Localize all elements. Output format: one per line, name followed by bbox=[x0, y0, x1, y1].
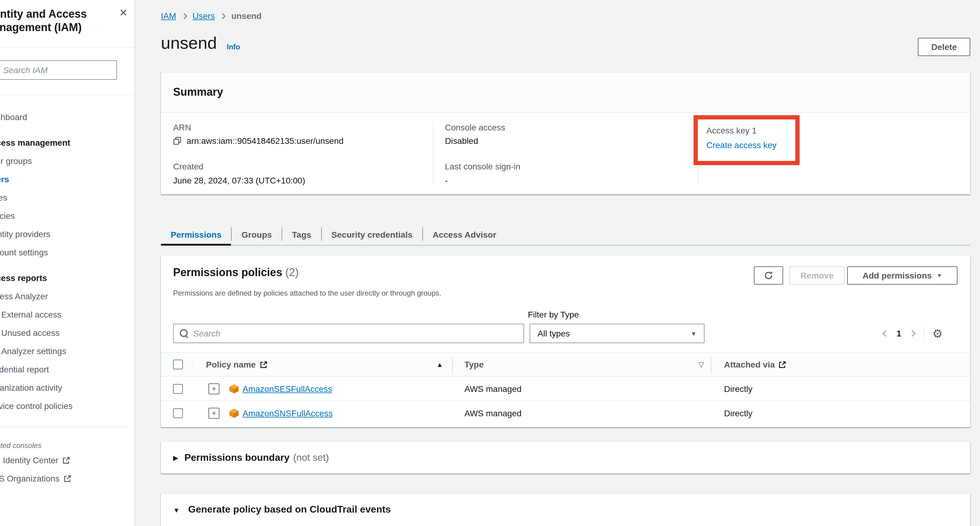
divider bbox=[923, 326, 924, 341]
page-title: unsend bbox=[161, 33, 217, 53]
policies-description: Permissions are defined by policies atta… bbox=[173, 289, 442, 297]
add-permissions-button[interactable]: Add permissions ▼ bbox=[847, 266, 958, 284]
red-annotation-box: Access key 1 Create access key bbox=[694, 115, 800, 165]
create-access-key-link[interactable]: Create access key bbox=[706, 140, 776, 150]
sidebar-item-iam-identity-center[interactable]: IAM Identity Center bbox=[0, 451, 135, 469]
boundary-not-set: (not set) bbox=[293, 452, 329, 463]
column-label: Attached via bbox=[724, 360, 775, 369]
expand-row-icon[interactable]: + bbox=[208, 408, 220, 419]
external-link-icon bbox=[63, 475, 71, 483]
policy-attached-via: Directly bbox=[724, 408, 752, 418]
sidebar-item-policies[interactable]: Policies bbox=[0, 207, 135, 225]
external-link-icon bbox=[259, 361, 267, 369]
sidebar-item-roles[interactable]: Roles bbox=[0, 188, 135, 207]
related-consoles-heading: Related consoles bbox=[0, 440, 135, 451]
sidebar: Identity and Access Management (IAM) × D… bbox=[0, 0, 135, 526]
permissions-boundary-card[interactable]: ▶ Permissions boundary (not set) bbox=[161, 441, 970, 474]
column-type[interactable]: Type bbox=[465, 360, 484, 369]
divider bbox=[0, 47, 135, 48]
info-link[interactable]: Info bbox=[227, 43, 240, 51]
summary-heading: Summary bbox=[173, 86, 223, 99]
sidebar-item-access-analyzer[interactable]: Access Analyzer bbox=[0, 287, 135, 305]
policy-link[interactable]: AmazonSNSFullAccess bbox=[243, 408, 333, 418]
caret-down-icon: ▼ bbox=[690, 330, 697, 337]
cloudtrail-heading: Generate policy based on CloudTrail even… bbox=[188, 504, 391, 515]
sidebar-search-input[interactable] bbox=[0, 60, 117, 80]
sidebar-item-unused-access[interactable]: Unused access bbox=[0, 324, 135, 342]
divider bbox=[193, 359, 194, 371]
sidebar-section-access-management: Access management bbox=[0, 133, 135, 152]
access-key-label: Access key 1 bbox=[706, 126, 757, 135]
sidebar-item-dashboard[interactable]: Dashboard bbox=[0, 108, 135, 126]
sidebar-item-identity-providers[interactable]: Identity providers bbox=[0, 225, 135, 243]
sidebar-item-aws-organizations[interactable]: AWS Organizations bbox=[0, 469, 135, 488]
link-label: AWS Organizations bbox=[0, 474, 59, 483]
iam-user-page: Identity and Access Management (IAM) × D… bbox=[0, 0, 980, 526]
expand-right-icon[interactable]: ▶ bbox=[173, 454, 178, 462]
boundary-heading: Permissions boundary bbox=[185, 452, 290, 463]
type-filter-value: All types bbox=[538, 329, 570, 338]
refresh-icon bbox=[764, 271, 773, 280]
policy-link[interactable]: AmazonSESFullAccess bbox=[243, 384, 332, 393]
next-page-icon[interactable] bbox=[909, 330, 916, 337]
copy-icon[interactable] bbox=[173, 137, 181, 145]
filter-icon[interactable]: ▽ bbox=[698, 360, 704, 369]
generate-policy-card[interactable]: ▼ Generate policy based on CloudTrail ev… bbox=[161, 493, 970, 526]
summary-card: Summary ARN arn:aws:iam::905418462135:us… bbox=[161, 72, 970, 194]
sidebar-item-credential-report[interactable]: Credential report bbox=[0, 360, 135, 378]
column-policy-name[interactable]: Policy name bbox=[206, 360, 267, 369]
delete-button[interactable]: Delete bbox=[918, 38, 970, 56]
tab-permissions[interactable]: Permissions bbox=[161, 226, 231, 246]
last-signin-label: Last console sign-in bbox=[445, 162, 520, 171]
tab-access-advisor[interactable]: Access Advisor bbox=[423, 226, 506, 246]
policy-search-box bbox=[173, 324, 524, 343]
arn-text: arn:aws:iam::905418462135:user/unsend bbox=[186, 136, 344, 146]
sidebar-item-analyzer-settings[interactable]: Analyzer settings bbox=[0, 342, 135, 360]
breadcrumb-iam-link[interactable]: IAM bbox=[161, 11, 176, 21]
close-icon[interactable]: × bbox=[119, 6, 127, 19]
expand-down-icon[interactable]: ▼ bbox=[173, 507, 180, 514]
policies-heading-text: Permissions policies bbox=[173, 266, 282, 278]
permissions-policies-card: Permissions policies (2) Remove Add perm… bbox=[161, 255, 970, 427]
last-signin-value: - bbox=[445, 176, 448, 185]
remove-button[interactable]: Remove bbox=[789, 266, 845, 284]
expand-row-icon[interactable]: + bbox=[208, 383, 220, 394]
managed-policy-icon bbox=[229, 408, 239, 418]
policy-search-input[interactable] bbox=[193, 329, 517, 338]
tab-tags[interactable]: Tags bbox=[282, 226, 321, 246]
pagination: 1 ⚙ bbox=[883, 324, 943, 343]
table-row: + AmazonSNSFullAccess AWS managed Direct… bbox=[161, 401, 970, 426]
sidebar-item-user-groups[interactable]: User groups bbox=[0, 152, 135, 170]
divider bbox=[433, 121, 433, 185]
policy-attached-via: Directly bbox=[724, 384, 752, 393]
tab-security-credentials[interactable]: Security credentials bbox=[321, 226, 422, 246]
chevron-right-icon bbox=[181, 13, 188, 19]
sort-ascending-icon[interactable]: ▲ bbox=[436, 361, 443, 368]
gear-icon[interactable]: ⚙ bbox=[932, 327, 943, 339]
divider bbox=[452, 356, 453, 373]
sidebar-nav: Dashboard Access management User groups … bbox=[0, 108, 135, 415]
sidebar-item-account-settings[interactable]: Account settings bbox=[0, 243, 135, 261]
breadcrumb-users-link[interactable]: Users bbox=[192, 11, 215, 21]
page-number[interactable]: 1 bbox=[897, 329, 901, 338]
select-all-checkbox[interactable] bbox=[173, 360, 183, 369]
policies-count: (2) bbox=[285, 266, 299, 278]
sidebar-item-service-control-policies[interactable]: Service control policies bbox=[0, 397, 135, 415]
main-content: IAM Users unsend unsend Info Delete Summ… bbox=[135, 0, 980, 526]
row-checkbox[interactable] bbox=[173, 384, 183, 393]
external-link-icon bbox=[62, 456, 70, 464]
divider bbox=[711, 356, 711, 373]
sidebar-item-users[interactable]: Users bbox=[0, 170, 135, 188]
tab-groups[interactable]: Groups bbox=[232, 226, 282, 246]
column-attached-via: Attached via bbox=[724, 360, 786, 369]
link-label: IAM Identity Center bbox=[0, 455, 59, 465]
refresh-button[interactable] bbox=[754, 266, 783, 284]
column-label: Type bbox=[465, 360, 484, 369]
console-access-value: Disabled bbox=[445, 136, 478, 146]
type-filter-select[interactable]: All types ▼ bbox=[530, 324, 705, 343]
breadcrumb: IAM Users unsend bbox=[161, 11, 261, 21]
row-checkbox[interactable] bbox=[173, 408, 183, 418]
previous-page-icon[interactable] bbox=[882, 330, 889, 337]
sidebar-item-organization-activity[interactable]: Organization activity bbox=[0, 378, 135, 397]
sidebar-item-external-access[interactable]: External access bbox=[0, 305, 135, 324]
